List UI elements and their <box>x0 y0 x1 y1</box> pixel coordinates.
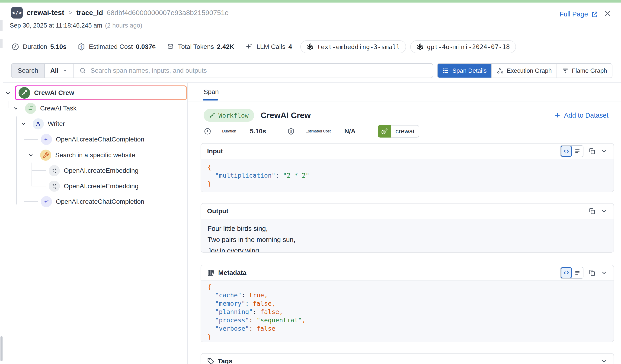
model-badge: gpt-4o-mini-2024-07-18 <box>410 40 516 53</box>
tree-item-label: OpenAI.createEmbedding <box>64 167 138 174</box>
tab-execution-graph[interactable]: Execution Graph <box>491 64 556 78</box>
tab-label: Execution Graph <box>507 67 552 74</box>
embedding-arrows-icon <box>49 165 60 176</box>
tree-item-embedding-1[interactable]: OpenAI.createEmbedding <box>0 163 187 178</box>
search-label: Search <box>12 64 45 78</box>
gears-icon <box>378 125 391 138</box>
search-filter-dropdown[interactable]: All <box>45 64 73 78</box>
underlying-page-fragment <box>0 20 2 31</box>
input-card-header: Input <box>201 143 614 159</box>
model-name: text-embedding-3-small <box>317 43 400 50</box>
tree-item-label: Writer <box>48 120 65 127</box>
code-view-toggle[interactable] <box>561 146 572 157</box>
flame-graph-icon <box>562 67 569 74</box>
close-icon[interactable] <box>603 9 612 18</box>
trace-timestamp: Sep 30, 2025 at 11:18:46.245 am <box>10 22 102 29</box>
stat-llm-calls: LLM Calls 4 <box>245 43 292 51</box>
stat-total-tokens: Total Tokens 2.42K <box>166 43 234 51</box>
tab-span-details[interactable]: Span Details <box>438 64 491 78</box>
chevron-down-icon[interactable] <box>28 152 34 158</box>
collapse-chevron-icon[interactable] <box>601 148 607 155</box>
text-view-toggle[interactable] <box>572 267 583 278</box>
integration-badge: crewai <box>378 125 419 138</box>
copy-icon[interactable] <box>588 269 596 277</box>
header-divider <box>3 35 621 35</box>
clock-icon <box>11 43 19 51</box>
agent-icon <box>33 118 44 129</box>
input-card: Input <box>201 143 614 192</box>
text-view-toggle[interactable] <box>572 146 583 157</box>
copy-icon[interactable] <box>588 147 596 155</box>
underlying-page-fragment <box>0 39 2 48</box>
tree-item-label: OpenAI.createEmbedding <box>64 182 138 190</box>
copy-icon[interactable] <box>588 207 596 215</box>
add-to-dataset-button[interactable]: Add to Dataset <box>554 111 608 119</box>
page-scrollbar-thumb[interactable] <box>0 336 2 361</box>
tree-item-chat-completion-2[interactable]: OpenAI.createChatCompletion <box>0 194 187 209</box>
tags-card: Tags <box>201 353 614 364</box>
collapse-chevron-icon[interactable] <box>601 269 607 276</box>
caret-down-icon <box>63 68 68 73</box>
sparkles-icon <box>245 43 253 51</box>
tree-item-chat-completion-1[interactable]: OpenAI.createChatCompletion <box>0 132 187 147</box>
trace-id-value: 68dbf4d6000000007e93a8b21590751e <box>107 9 229 17</box>
search-icon <box>79 67 86 74</box>
json-line: } <box>207 333 607 341</box>
json-line: { <box>207 283 607 291</box>
openai-logo-icon <box>306 43 314 51</box>
metadata-json-body: { "cache": true, "memory": false, "plann… <box>201 280 614 342</box>
view-switcher: Span Details Execution Graph Flame Graph <box>437 63 612 78</box>
tree-item-label: Search in a specific website <box>55 151 136 159</box>
stat-label: Estimated Cost <box>306 129 331 133</box>
full-page-link[interactable]: Full Page <box>560 10 598 18</box>
chevron-down-icon[interactable] <box>5 90 11 96</box>
json-value: false <box>257 325 275 332</box>
stats-divider <box>3 59 621 59</box>
workflow-icon <box>209 112 215 118</box>
tree-item-crewai-task[interactable]: CrewAI Task <box>0 101 187 116</box>
input-title: Input <box>207 147 223 155</box>
collapse-chevron-icon[interactable] <box>601 358 607 364</box>
breadcrumb-separator: > <box>69 9 72 16</box>
tab-label: Span Details <box>452 67 486 74</box>
search-filter-value: All <box>50 67 59 74</box>
page-top-accent-bar <box>0 0 621 2</box>
tree-item-search-tool[interactable]: Search in a specific website <box>0 147 187 163</box>
library-icon <box>207 269 215 277</box>
tags-title: Tags <box>218 358 232 364</box>
stat-value: 5.10s <box>50 43 67 50</box>
stat-value: 5.10s <box>250 127 266 135</box>
wrench-icon <box>40 150 51 161</box>
json-key: "multiplication" <box>215 172 276 179</box>
json-line: "cache": true, <box>207 291 607 300</box>
breadcrumb: </> crewai-test > trace_id 68dbf4d600000… <box>11 6 229 19</box>
json-indent <box>207 172 215 179</box>
tags-card-header: Tags <box>201 354 614 364</box>
code-view-toggle[interactable] <box>561 267 572 278</box>
json-line: } <box>207 180 607 188</box>
tab-flame-graph[interactable]: Flame Graph <box>556 64 612 78</box>
tab-span[interactable]: Span <box>204 88 219 96</box>
span-duration: Duration 5.10s <box>204 127 277 135</box>
trace-type-icon: </> <box>11 7 23 18</box>
trace-stats-bar: Duration 5.10s $ Estimated Cost 0.037¢ T… <box>11 39 516 55</box>
output-line: Joy in every wing. <box>207 245 607 253</box>
stat-label: LLM Calls <box>257 43 285 50</box>
json-key: "process" <box>215 317 249 324</box>
json-line: "planning": false, <box>207 308 607 316</box>
tree-item-crewai-crew[interactable]: CrewAI Crew <box>15 85 187 100</box>
chevron-down-icon[interactable] <box>13 105 19 111</box>
collapse-chevron-icon[interactable] <box>601 208 607 215</box>
search-input[interactable] <box>90 67 427 75</box>
output-line: Four little birds sing, <box>207 223 607 234</box>
json-line: "verbose": false <box>207 324 607 333</box>
tree-item-embedding-2[interactable]: OpenAI.createEmbedding <box>0 178 187 194</box>
stat-label: Total Tokens <box>178 43 214 50</box>
json-line: "memory": false, <box>207 300 607 308</box>
tab-label: Flame Graph <box>572 67 607 74</box>
project-name: crewai-test <box>27 9 64 17</box>
span-meta-row: Duration 5.10s $ Estimated Cost N/A <box>204 125 419 138</box>
chevron-down-icon[interactable] <box>20 121 26 127</box>
tree-item-writer[interactable]: Writer <box>0 116 187 131</box>
view-toggle-group <box>560 145 584 157</box>
